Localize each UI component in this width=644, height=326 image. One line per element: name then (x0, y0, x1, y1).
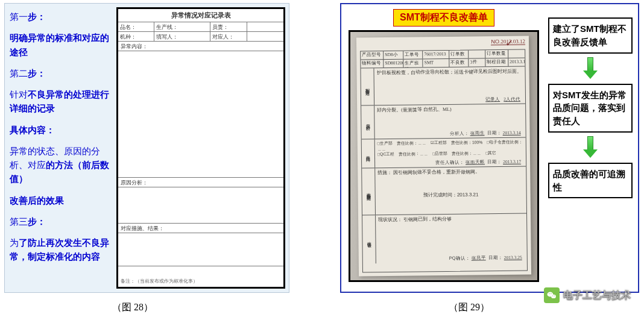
step2-body-a: 针对 (10, 89, 28, 99)
paper-sec5: 改善验证 现状状况： 引钢网已到，结构分够 PQ确认：张兆平 日期：2013.3… (362, 214, 527, 264)
caption-right: （图 29） (449, 301, 490, 314)
form-r2c4 (247, 32, 283, 41)
cell: 不良数 (449, 59, 469, 67)
sec1-body: 护目板视检查，自动作业导向松散；运送卡键详见检后图时对后面。 记录人 2人代代 (374, 67, 525, 105)
cell: 2013.3.12 (508, 58, 525, 66)
improve-body: 改善后的效果 (10, 193, 112, 207)
sec5-l-label: 现状状况： (378, 217, 402, 222)
sec3-text: □生产部 责任比例：＿＿ ☑工程部 责任比例：100% □电子仓责任比例：＿＿ … (377, 140, 523, 156)
cell: 76017/2013 (423, 51, 449, 58)
paper-no: NO.2013.03.12 (491, 39, 525, 46)
form-r1c4 (247, 22, 283, 31)
svg-point-1 (551, 295, 556, 298)
sec5-label: 改善验证 (362, 215, 376, 263)
form-column: 异常情况对应记录表 品名： 生产线： 员责： 机种： 填写人： 对应人： 异常内… (116, 4, 289, 292)
flow-box-1: 建立了SMT制程不良改善反馈单 (548, 17, 633, 54)
svg-point-2 (549, 293, 549, 294)
form-sec2-body (118, 187, 283, 224)
step3-body-a: 为 (10, 237, 19, 248)
form-sec1-body (118, 51, 283, 178)
form-sec2-label: 原因分析： (118, 178, 283, 187)
sec2-sig: 分析人：张雨生 日期：2013.3.14 (449, 130, 522, 137)
form-title: 异常情况对应记录表 (118, 9, 283, 22)
form-r1c1: 品名： (118, 22, 154, 31)
form-r1c2: 生产线： (154, 22, 210, 31)
watermark-badge: 电子工艺与技术 (544, 287, 631, 303)
right-panel: SMT制程不良改善单 ✓ NO.2013.03.12 产品型号 SD8小 工单号… (340, 3, 639, 293)
cell: 物料编号 (361, 60, 384, 67)
sec3-sig: 责任人确认：张雨天帐 日期：2013.3.17 (435, 159, 522, 166)
cell: SD8小 (384, 51, 403, 59)
form-sec3-label: 对应措施、结果： (118, 224, 283, 233)
sec4-l2: 预计完成时间：2013.3.21 (378, 192, 524, 199)
svg-point-4 (552, 295, 553, 296)
step1-pre: 第一 (10, 11, 28, 22)
left-panel: 第一步： 明确异常的标准和对应的途径 第二步： 针对不良异常的处理进行详细的记录… (4, 3, 289, 293)
paper: ✓ NO.2013.03.12 产品型号 SD8小 工单号 76017/2013… (356, 36, 531, 277)
photo-column: SMT制程不良改善单 ✓ NO.2013.03.12 产品型号 SD8小 工单号… (341, 4, 545, 292)
form-r1c3: 员责： (210, 22, 247, 31)
step2-pre: 第二 (10, 68, 28, 78)
cell (508, 50, 525, 58)
caption-left: （图 28） (112, 301, 153, 314)
cell: 生产班组 (403, 59, 423, 67)
sec4-l1-label: 措施： (377, 170, 392, 175)
sec5-sig: PQ确认：张兆平 日期：2013.3.25 (449, 255, 523, 262)
step1-body: 明确异常的标准和对应的途径 (10, 31, 112, 59)
sec2-label: 原因分析 (361, 105, 375, 139)
watermark-text: 电子工艺与技术 (563, 289, 631, 302)
form-row-2: 机种： 填写人： 对应人： (118, 32, 283, 42)
photo-frame: ✓ NO.2013.03.12 产品型号 SD8小 工单号 76017/2013… (349, 30, 539, 282)
paper-table: 产品型号 SD8小 工单号 76017/2013 订单数 订单数量 物料编号 S… (360, 49, 528, 273)
step3-title-bold: 步： (28, 216, 46, 227)
form-r2c1: 机种： (118, 32, 154, 41)
cell: 工单号 (403, 51, 423, 58)
sec4-label: 改善和预防措施 (362, 168, 376, 215)
sec2-text: 好内分裂。(量测算等 自然孔、ML) (377, 107, 451, 113)
svg-point-3 (551, 293, 551, 294)
paper-sec3: 责任部门 □生产部 责任比例：＿＿ ☑工程部 责任比例：100% □电子仓责任比… (362, 138, 526, 169)
paper-sec1: 制程异常描述 护目板视检查，自动作业导向松散；运送卡键详见检后图时对后面。 记录… (361, 67, 525, 106)
sec1-text: 护目板视检查，自动作业导向松散；运送卡键详见检后图时对后面。 (376, 69, 521, 76)
sec4-l1: 因引钢网制做不妥合格，重新开做钢网。 (393, 169, 480, 175)
svg-point-5 (554, 295, 555, 296)
cell: 订单数 (449, 51, 469, 58)
cell: SMT (423, 59, 450, 67)
form-footnote: 备注：（当前发布或作为标准化事） (121, 278, 198, 284)
sec3-label: 责任部门 (362, 139, 375, 168)
sec4-body: 措施： 因引钢网制做不妥合格，重新开做钢网。 预计完成时间：2013.3.21 (375, 167, 526, 215)
form-r2c3: 对应人： (210, 32, 247, 41)
sec5-body: 现状状况： 引钢网已到，结构分够 PQ确认：张兆平 日期：2013.3.25 (376, 214, 527, 264)
cell: 制程日期 (485, 58, 508, 66)
sec2-body: 好内分裂。(量测算等 自然孔、ML) 分析人：张雨生 日期：2013.3.14 (374, 104, 526, 139)
cell: 产品型号 (361, 51, 384, 59)
cell: 订单数量 (485, 50, 508, 58)
step3-pre: 第三 (10, 216, 28, 227)
wechat-icon (544, 287, 560, 303)
form-box: 异常情况对应记录表 品名： 生产线： 员责： 机种： 填写人： 对应人： 异常内… (116, 7, 285, 289)
cell: SD8012001 (384, 60, 403, 67)
form-sec3-body (118, 233, 283, 266)
step3-body-b: 了防止再次发生不良异常，制定标准化的内容 (10, 237, 109, 262)
cell: 3件 (469, 58, 485, 66)
sec3-body: □生产部 责任比例：＿＿ ☑工程部 责任比例：100% □电子仓责任比例：＿＿ … (375, 138, 526, 168)
paper-sec2: 原因分析 好内分裂。(量测算等 自然孔、ML) 分析人：张雨生 日期：2013.… (361, 104, 526, 140)
right-title: SMT制程不良改善单 (393, 9, 494, 27)
form-r2c2: 填写人： (154, 32, 210, 41)
sec1-label: 制程异常描述 (361, 68, 374, 105)
flow-box-3: 品质改善的可追溯性 (548, 163, 633, 199)
form-row-1: 品名： 生产线： 员责： (118, 22, 283, 32)
flow-column: 建立了SMT制程不良改善反馈单 对SMT发生的异常品质问题，落实到责任人 品质改… (545, 4, 637, 292)
arrow-down-icon (583, 136, 598, 159)
cell (469, 50, 485, 58)
steps-column: 第一步： 明确异常的标准和对应的途径 第二步： 针对不良异常的处理进行详细的记录… (5, 4, 116, 292)
sec5-l: 引钢网已到，结构分够 (403, 216, 452, 222)
step1-title-bold: 步： (28, 11, 46, 22)
form-sec1-label: 异常内容： (118, 42, 283, 51)
flow-box-2: 对SMT发生的异常品质问题，落实到责任人 (548, 84, 633, 133)
step2-title-bold: 步： (28, 68, 46, 78)
paper-sec4: 改善和预防措施 措施： 因引钢网制做不妥合格，重新开做钢网。 预计完成时间：20… (362, 167, 526, 216)
content-title: 具体内容： (10, 123, 112, 137)
arrow-down-icon (583, 57, 598, 80)
sec1-sig: 记录人 2人代代 (484, 96, 522, 102)
